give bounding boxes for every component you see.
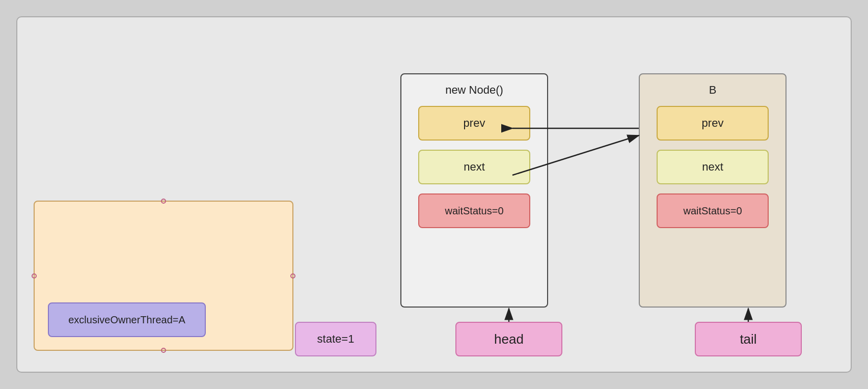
b-wait-label: waitStatus=0 xyxy=(683,205,742,217)
b-next: next xyxy=(657,150,769,184)
b-prev-label: prev xyxy=(702,117,724,130)
dot-top xyxy=(161,199,166,204)
b-title: B xyxy=(640,84,785,97)
tail-box: tail xyxy=(695,322,802,356)
new-node-wait-label: waitStatus=0 xyxy=(445,205,503,217)
new-node-next: next xyxy=(418,150,530,184)
new-node-wait: waitStatus=0 xyxy=(418,193,530,228)
b-container: B prev next waitStatus=0 xyxy=(639,73,786,308)
new-node-title: new Node() xyxy=(401,84,547,97)
exclusive-owner-thread-label: exclusiveOwnerThread=A xyxy=(68,314,185,326)
b-next-label: next xyxy=(702,160,723,174)
new-node-container: new Node() prev next waitStatus=0 xyxy=(400,73,548,308)
tail-label: tail xyxy=(740,331,756,347)
new-node-next-label: next xyxy=(464,160,485,174)
new-node-prev: prev xyxy=(418,106,530,141)
state-box: state=1 xyxy=(295,322,376,356)
new-node-prev-label: prev xyxy=(464,117,485,130)
dot-left xyxy=(32,273,37,279)
exclusive-owner-thread-box: exclusiveOwnerThread=A xyxy=(48,302,206,337)
canvas: exclusiveOwnerThread=A state=1 head tail… xyxy=(16,16,852,373)
head-label: head xyxy=(494,331,524,347)
b-prev: prev xyxy=(657,106,769,141)
state-label: state=1 xyxy=(317,332,355,346)
dot-bottom xyxy=(161,348,166,353)
dot-right xyxy=(290,273,295,279)
b-wait: waitStatus=0 xyxy=(657,193,769,228)
head-box: head xyxy=(455,322,562,356)
